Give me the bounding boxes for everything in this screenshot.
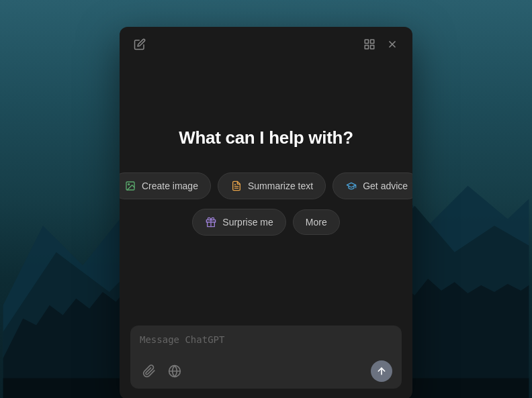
surprise-me-label: Surprise me (222, 217, 273, 228)
action-buttons: Create image Summarize text (120, 172, 412, 236)
summarize-text-label: Summarize text (248, 181, 313, 191)
svg-rect-5 (365, 40, 368, 43)
titlebar (120, 27, 412, 58)
attach-icon[interactable] (140, 362, 159, 381)
input-container (130, 326, 402, 389)
globe-icon[interactable] (165, 362, 184, 381)
expand-icon[interactable] (363, 38, 376, 51)
get-advice-button[interactable]: Get advice (332, 172, 412, 199)
button-row-1: Create image Summarize text (120, 172, 412, 199)
more-button[interactable]: More (293, 209, 340, 235)
get-advice-label: Get advice (363, 181, 408, 191)
new-chat-icon[interactable] (133, 38, 146, 51)
create-image-button[interactable]: Create image (120, 172, 211, 199)
doc-icon (230, 180, 242, 192)
svg-rect-8 (365, 46, 368, 49)
button-row-2: Surprise me More (192, 209, 339, 236)
input-area (120, 319, 412, 398)
more-label: More (306, 217, 327, 228)
input-toolbar (140, 360, 392, 382)
image-icon (124, 180, 136, 192)
input-actions-left (140, 362, 184, 381)
headline: What can I help with? (179, 128, 353, 148)
cap-icon (345, 180, 357, 192)
svg-point-12 (128, 184, 130, 185)
close-icon[interactable] (386, 38, 399, 51)
summarize-text-button[interactable]: Summarize text (218, 172, 326, 199)
gift-icon (205, 216, 217, 228)
send-button[interactable] (371, 360, 392, 382)
chatgpt-dialog: What can I help with? Create image (120, 27, 412, 398)
create-image-label: Create image (142, 181, 198, 191)
surprise-me-button[interactable]: Surprise me (192, 209, 285, 236)
svg-rect-7 (371, 46, 374, 49)
svg-rect-6 (371, 40, 374, 43)
main-content: What can I help with? Create image (120, 58, 412, 319)
titlebar-right (363, 38, 399, 51)
message-input[interactable] (140, 334, 392, 352)
